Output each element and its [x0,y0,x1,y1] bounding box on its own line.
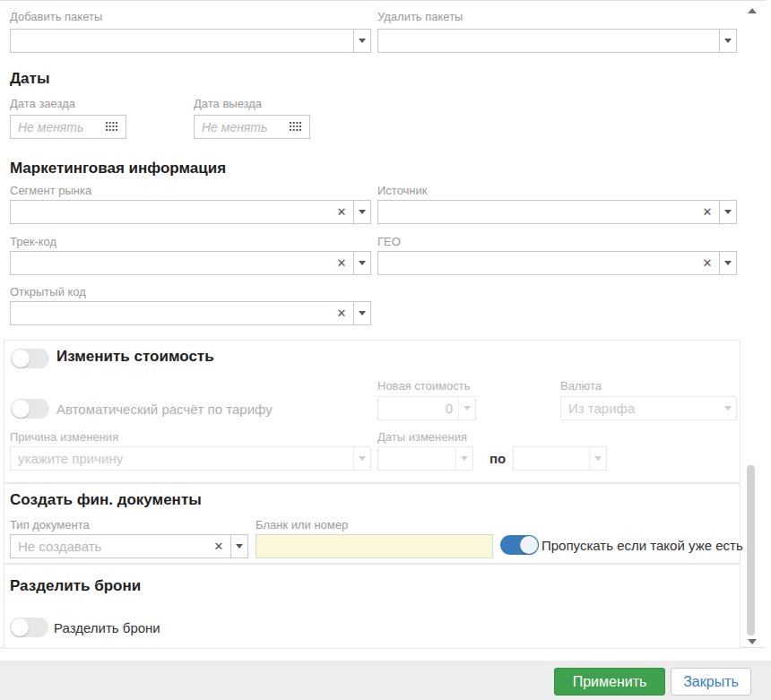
caret-down-icon [724,210,732,214]
source-input[interactable] [378,201,696,223]
market-segment-input[interactable] [11,201,330,223]
price-change-header: Изменить стоимость [56,348,214,366]
source-label: Источник [377,184,428,198]
clear-icon[interactable]: ✕ [330,252,353,274]
calendar-icon[interactable] [290,122,309,133]
doc-type-label: Тип документа [10,518,90,532]
dialog-footer: Применить Закрыть [0,661,771,700]
skip-existing-label: Пропускать если такой уже есть [541,538,743,554]
geo-input[interactable] [378,252,696,274]
remove-packages-input[interactable] [378,30,719,52]
add-packages-label: Добавить пакеты [10,10,102,24]
apply-button[interactable]: Применить [554,668,665,696]
form-scroll-area: Добавить пакеты Удалить пакеты Даты Дата… [0,0,766,648]
clear-icon[interactable]: ✕ [696,252,719,274]
add-packages-select[interactable] [10,29,371,53]
dates-header: Даты [10,70,49,88]
marketing-header: Маркетинговая информация [10,160,226,177]
caret-down-icon [594,456,602,461]
currency-input [561,397,719,419]
caret-down-icon [359,456,366,461]
blank-number-label: Бланк или номер [256,518,348,532]
close-button[interactable]: Закрыть [671,668,751,696]
change-reason-select [10,446,371,471]
doc-type-input[interactable] [11,535,207,557]
checkin-date-label: Дата заезда [10,97,75,111]
caret-down-icon [463,406,471,410]
clear-icon[interactable]: ✕ [330,201,353,223]
blank-number-field[interactable] [256,534,493,558]
dropdown-button[interactable] [353,252,370,274]
source-combo[interactable]: ✕ [377,200,737,224]
geo-label: ГЕО [377,235,401,249]
split-header: Разделить брони [10,577,141,595]
change-reason-input [11,447,353,470]
clear-icon[interactable]: ✕ [207,535,230,557]
change-dates-from-input [378,447,455,470]
open-code-combo[interactable]: ✕ [10,301,371,325]
checkout-date-input[interactable] [195,116,290,138]
dropdown-button [455,447,472,470]
scrollbar-up-arrow[interactable] [748,8,757,13]
change-reason-label: Причина изменения [10,430,118,445]
track-code-input[interactable] [11,252,330,274]
caret-down-icon [724,406,732,410]
toggle-knob [11,618,29,636]
dropdown-button[interactable] [719,252,736,274]
open-code-label: Открытый код [10,285,86,299]
toggle-knob [12,400,30,418]
dropdown-button[interactable] [353,201,370,223]
currency-label: Валюта [560,379,602,393]
checkin-date-field[interactable] [10,115,126,139]
split-toggle[interactable] [10,618,48,637]
geo-combo[interactable]: ✕ [377,251,737,275]
remove-packages-select[interactable] [377,29,737,53]
spinner-button [458,397,475,419]
toggle-knob [12,350,30,367]
dropdown-button[interactable] [719,201,736,223]
track-code-combo[interactable]: ✕ [10,251,371,275]
scrollbar-down-arrow[interactable] [748,639,757,644]
new-price-field [377,396,476,420]
remove-packages-dropdown-button[interactable] [719,30,736,52]
remove-packages-label: Удалить пакеты [377,10,463,24]
caret-down-icon [359,39,366,43]
checkout-date-field[interactable] [194,115,310,139]
dropdown-button [353,447,370,470]
caret-down-icon [724,39,732,43]
new-price-input [378,397,458,419]
caret-down-icon [359,261,366,265]
dropdown-button[interactable] [230,535,247,557]
range-to-text: по [489,451,506,466]
auto-calc-label: Автоматический расчёт по тарифу [56,402,273,418]
scrollbar-thumb[interactable] [747,465,755,635]
auto-calc-toggle[interactable] [11,399,49,419]
change-dates-to-input [514,447,589,470]
checkout-date-label: Дата выезда [194,97,262,111]
dropdown-button [589,447,606,470]
clear-icon[interactable]: ✕ [330,302,353,324]
toggle-knob [520,536,538,554]
dropdown-button[interactable] [353,302,370,324]
fin-docs-header: Создать фин. документы [10,491,202,509]
clear-icon[interactable]: ✕ [696,201,719,223]
market-segment-label: Сегмент рынка [10,184,91,198]
dropdown-button [719,397,736,419]
blank-number-input[interactable] [256,535,492,557]
change-dates-label: Даты изменения [377,430,467,445]
add-packages-dropdown-button[interactable] [353,30,370,52]
calendar-icon[interactable] [106,122,126,133]
caret-down-icon [461,456,468,461]
new-price-label: Новая стоимость [377,379,470,393]
add-packages-input[interactable] [11,30,353,52]
form-content: Добавить пакеты Удалить пакеты Даты Дата… [0,1,766,649]
market-segment-combo[interactable]: ✕ [10,200,371,224]
open-code-input[interactable] [11,302,330,324]
doc-type-combo[interactable]: ✕ [10,534,248,558]
caret-down-icon [359,311,366,315]
caret-down-icon [359,210,366,214]
checkin-date-input[interactable] [11,116,106,138]
split-toggle-label: Разделить брони [54,620,160,636]
skip-existing-toggle[interactable] [500,535,539,555]
change-price-toggle[interactable] [11,349,49,368]
